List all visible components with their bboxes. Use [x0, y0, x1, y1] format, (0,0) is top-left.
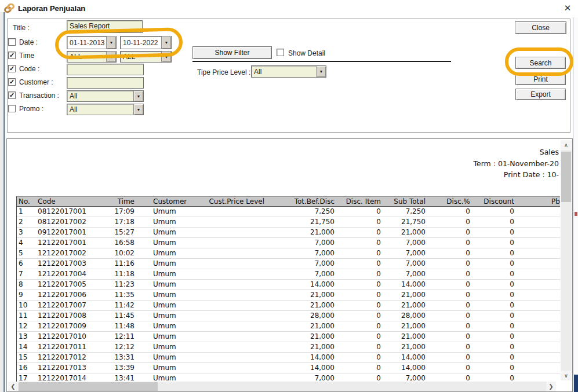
table-cell: 0	[427, 217, 471, 227]
table-cell: 12	[17, 321, 36, 331]
chevron-down-icon[interactable]: ▼	[106, 36, 116, 49]
table-cell: 0	[427, 363, 471, 373]
table-cell: 21,000	[382, 332, 427, 342]
promo-select[interactable]: All ▼	[67, 104, 144, 115]
promo-checkbox[interactable]	[8, 105, 16, 112]
code-input[interactable]	[67, 64, 144, 75]
chevron-down-icon[interactable]: ▼	[161, 36, 171, 49]
table-cell	[515, 238, 560, 248]
vertical-scrollbar[interactable]: ∧ ∨	[561, 140, 572, 380]
table-cell	[515, 290, 560, 300]
chevron-down-icon[interactable]: ▼	[106, 52, 116, 62]
table-row: 141212201701112:12Umum21,000021,00000	[17, 342, 560, 353]
table-cell	[208, 248, 266, 258]
scroll-right-icon[interactable]: ❯	[546, 382, 556, 391]
chevron-down-icon[interactable]: ▼	[133, 104, 143, 115]
time-checkbox[interactable]: ✓	[8, 52, 16, 59]
column-header: Disc. Item	[336, 197, 382, 206]
table-cell: Umum	[136, 269, 208, 279]
table-cell	[208, 269, 266, 279]
table-cell: 21,000	[382, 290, 427, 300]
chevron-down-icon[interactable]: ▼	[133, 91, 143, 101]
table-cell	[208, 353, 266, 362]
table-cell	[208, 217, 266, 227]
table-cell: 7,000	[382, 373, 427, 382]
table-cell: 7,000	[266, 259, 336, 269]
table-row: 41212201700116:58Umum7,00007,00000	[17, 238, 560, 248]
table-cell: 0	[471, 217, 515, 227]
table-cell: Umum	[136, 259, 208, 269]
time-to-select[interactable]: ALL ▼	[120, 51, 172, 63]
chevron-down-icon[interactable]: ▼	[161, 52, 171, 62]
transaction-select[interactable]: All ▼	[67, 90, 144, 102]
scroll-down-icon[interactable]: ∨	[561, 371, 572, 380]
table-cell: 15:27	[101, 228, 136, 237]
window-title: Laporan Penjualan	[18, 4, 85, 13]
report-title-input[interactable]: Sales Report	[67, 20, 143, 33]
table-cell: Umum	[136, 342, 208, 352]
date-from-select[interactable]: 01-11-2013 ▼	[67, 36, 117, 49]
table-cell: Umum	[136, 363, 208, 373]
code-checkbox[interactable]: ✓	[8, 65, 16, 72]
table-cell: 0	[336, 217, 382, 227]
table-cell: 12:12	[101, 342, 136, 352]
time-label: Time	[19, 52, 34, 60]
table-row: 131212201701012:11Umum21,000021,00000	[17, 332, 560, 342]
table-cell: 0	[336, 280, 382, 290]
table-cell: 0	[427, 259, 471, 269]
close-icon[interactable]: ✕	[561, 2, 574, 14]
customer-checkbox[interactable]: ✓	[8, 78, 16, 86]
table-cell	[515, 228, 560, 237]
table-cell: 21,000	[266, 332, 336, 342]
date-checkbox[interactable]	[8, 38, 16, 46]
table-cell: 11:16	[101, 259, 136, 269]
report-header-block: Sales Term : 01-November-20 Print Date :…	[473, 146, 559, 181]
table-row: 30912201700115:27Umum21,000021,00000	[17, 228, 560, 238]
table-cell: 0	[336, 269, 382, 279]
table-cell: 16	[17, 363, 36, 373]
horizontal-scrollbar[interactable]: ❮ ❯	[8, 382, 556, 391]
scroll-up-icon[interactable]: ∧	[561, 140, 572, 150]
table-cell: Umum	[136, 248, 208, 258]
table-cell: 0	[427, 238, 471, 248]
export-button[interactable]: Export	[515, 89, 566, 100]
table-cell: 7,000	[266, 248, 336, 258]
vertical-scroll-thumb[interactable]	[561, 152, 571, 202]
table-cell: 10	[17, 301, 36, 310]
table-cell: Umum	[136, 280, 208, 290]
print-button[interactable]: Print	[515, 74, 566, 85]
tipe-price-level-select[interactable]: All ▼	[251, 65, 326, 78]
transaction-label: Transaction :	[19, 91, 59, 100]
table-cell: 0	[471, 238, 515, 248]
transaction-checkbox[interactable]: ✓	[8, 91, 16, 99]
table-row: 111212201700811:45Umum28,000028,00000	[17, 311, 560, 321]
show-detail-checkbox[interactable]	[277, 49, 284, 56]
table-cell	[515, 207, 560, 217]
table-cell: 21,000	[266, 290, 336, 300]
table-cell: 11:18	[101, 269, 136, 279]
time-from-select[interactable]: ALL ▼	[67, 51, 117, 63]
close-button[interactable]: Close	[515, 21, 566, 34]
table-row: 171212201701413:41Umum7,00007,00000	[17, 373, 560, 382]
table-cell	[208, 332, 266, 342]
table-cell	[515, 353, 560, 362]
date-to-select[interactable]: 10-11-2022 ▼	[120, 36, 172, 49]
column-header: Discount	[471, 197, 515, 206]
table-cell	[208, 342, 266, 352]
column-header: Time	[101, 197, 136, 206]
column-header: Sub Total	[382, 197, 427, 206]
scroll-left-icon[interactable]: ❮	[8, 382, 18, 391]
customer-input[interactable]	[67, 77, 144, 89]
table-cell: 0	[336, 353, 382, 362]
show-filter-button[interactable]: Show Filter	[192, 46, 272, 59]
table-cell: 0	[427, 321, 471, 331]
table-cell: 7,000	[382, 238, 427, 248]
horizontal-scroll-thumb[interactable]	[19, 382, 158, 391]
table-cell: 12122017009	[36, 321, 101, 331]
background-window-edge-line	[3, 12, 5, 392]
table-cell: 0	[471, 311, 515, 321]
table-cell	[208, 228, 266, 237]
chevron-down-icon[interactable]: ▼	[316, 66, 326, 77]
search-button[interactable]: Search	[515, 57, 566, 69]
promo-label: Promo :	[19, 105, 43, 113]
